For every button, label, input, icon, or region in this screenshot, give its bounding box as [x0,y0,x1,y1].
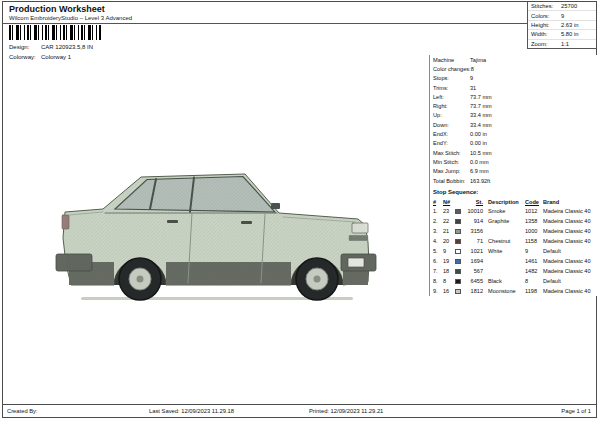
stat-value: 5.80 in [561,31,578,37]
color-swatch [455,209,461,214]
printed-text: Printed: 12/09/2023 11.29.21 [309,408,383,414]
machine-info-label: Down: [433,122,470,128]
color-swatch [455,279,461,284]
machine-info-label: Stops: [433,75,470,81]
stat-value: 9 [561,13,564,19]
stop-sequence-row: 3. 21 3156 1000 Madeira Classic 40 [433,226,598,236]
needle-number: 18 [443,268,455,274]
thread-description: Black [485,278,525,284]
stat-value: 1:1 [561,41,569,47]
machine-info-label: Trims: [433,85,470,91]
rear-wheel [119,258,161,300]
worksheet-page: Production Worksheet Wilcom EmbroiderySt… [2,1,597,418]
design-preview-image [55,168,377,310]
thread-code: 1482 [525,268,543,274]
thread-code: 8 [525,278,543,284]
page-title: Production Worksheet [9,4,105,14]
color-swatch [455,219,461,224]
needle-number: 19 [443,258,455,264]
page-number: Page 1 of 1 [561,408,591,414]
stat-row: Stitches:25700 [528,2,596,11]
colorway-label: Colorway: [9,54,36,60]
front-wheel [296,258,338,300]
stat-value: 2.63 in [561,22,578,28]
row-number: 1. [433,208,443,214]
color-swatch [455,229,461,234]
machine-info-row: Trims:31 [433,83,598,92]
thread-code: 1198 [525,288,543,294]
stat-label: Zoom: [531,41,561,47]
machine-info-value: 0.00 in [470,140,487,146]
thread-code: 1461 [525,258,543,264]
header-divider [3,23,528,24]
needle-number: 22 [443,218,455,224]
stop-sequence-row: 8. 8 6455 Black 8 Default [433,276,598,286]
machine-info-row: Right:73.7 mm [433,101,598,110]
column-header-needle: N# [443,199,455,205]
row-number: 3. [433,228,443,234]
needle-number: 16 [443,288,455,294]
colorway-name: Colorway 1 [41,54,71,60]
column-header-brand: Brand [543,199,598,205]
stitch-count: 3156 [465,228,485,234]
thread-code: 1000 [525,228,543,234]
thread-brand: Madeira Classic 40 [543,228,598,234]
row-number: 6. [433,258,443,264]
machine-info-row: Left:73.7 mm [433,92,598,101]
stitch-count: 10010 [465,208,485,214]
stitch-count: 1812 [465,288,485,294]
row-number: 2. [433,218,443,224]
machine-info-value: 8 [471,66,474,72]
machine-info-value: 6.9 mm [470,168,489,174]
stat-row: Width:5.80 in [528,30,596,39]
thread-description: Chestnut [485,238,525,244]
app-subtitle: Wilcom EmbroideryStudio – Level 3 Advanc… [9,15,132,21]
thread-description: Moonstone [485,288,525,294]
machine-info-value: 10.5 mm [470,150,492,156]
machine-info-value: 31 [470,85,476,91]
machine-info-row: Max Jump:6.9 mm [433,167,598,176]
column-header-stitches: St. [465,199,485,205]
thread-brand: Madeira Classic 40 [543,258,598,264]
machine-info-value: 9 [470,75,473,81]
machine-info-row: MachineTajima [433,55,598,64]
stat-row: Colors:9 [528,11,596,20]
machine-info-label: EndX: [433,131,470,137]
machine-info-value: 0.00 in [470,131,487,137]
thread-code: 9 [525,248,543,254]
color-swatch [455,249,461,254]
machine-info-row: Max Stitch:10.5 mm [433,148,598,157]
column-header-code: Code [525,199,543,205]
needle-number: 8 [443,278,455,284]
stat-value: 25700 [561,3,577,9]
thread-brand: Madeira Classic 40 [543,268,598,274]
stop-sequence-row: 1. 23 10010 Smoke 1012 Madeira Classic 4… [433,206,598,216]
machine-info-label: Color changes: [433,66,471,72]
thread-code: 1158 [525,238,543,244]
color-swatch [455,269,461,274]
row-number: 7. [433,268,443,274]
stitch-count: 567 [465,268,485,274]
thread-description: White [485,248,525,254]
stat-label: Height: [531,22,561,28]
needle-number: 20 [443,238,455,244]
machine-info-label: Up: [433,112,470,118]
machine-info-row: Down:33.4 mm [433,120,598,129]
stop-sequence-row: 5. 9 1021 White 9 Default [433,246,598,256]
color-swatch [455,259,461,264]
design-name: CAR 120923.5,8 IN [41,44,93,50]
machine-info-row: Total Bobbin:163.92ft [433,176,598,185]
stitch-count: 6455 [465,278,485,284]
machine-info-value: 73.7 mm [470,103,492,109]
machine-info-panel: MachineTajima Color changes:8 Stops:9 Tr… [429,55,598,296]
thread-brand: Madeira Classic 40 [543,218,598,224]
machine-info-label: Left: [433,94,470,100]
machine-info-label: Min Stitch: [433,159,470,165]
design-stats-box: Stitches:25700 Colors:9 Height:2.63 in W… [527,2,596,49]
color-swatch [455,289,461,294]
stitch-count: 914 [465,218,485,224]
stitch-count: 71 [465,238,485,244]
stat-label: Width: [531,31,561,37]
column-header-num: # [433,199,443,205]
machine-info-label: Max Jump: [433,168,470,174]
